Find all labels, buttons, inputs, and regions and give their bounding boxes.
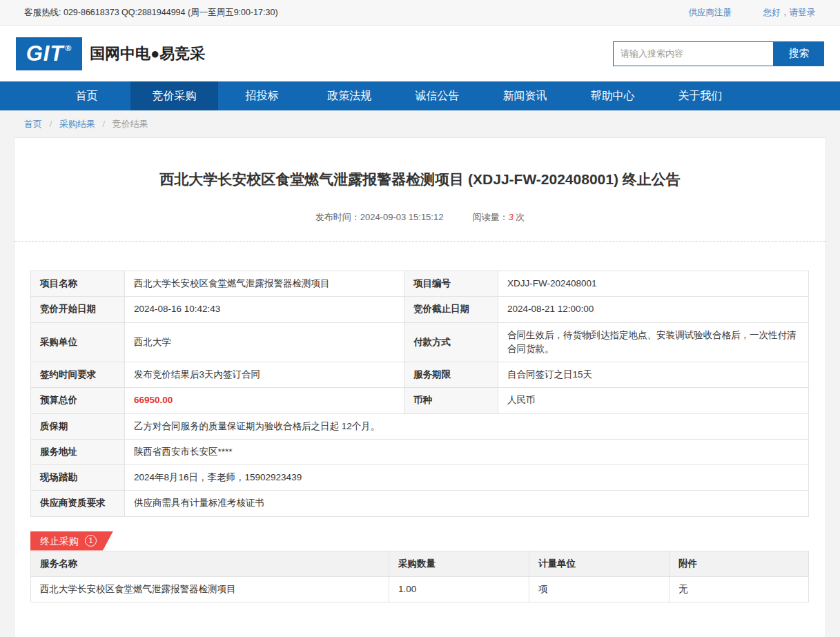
nav-item-bidding-procurement[interactable]: 竞价采购 <box>130 81 218 110</box>
site-header: GIT® 国网中电●易竞采 搜索 <box>0 26 840 81</box>
field-value: 西北大学长安校区食堂燃气泄露报警器检测项目 <box>125 271 404 297</box>
search-input[interactable] <box>613 41 774 66</box>
field-label: 签约时间要求 <box>31 362 125 388</box>
field-value: 西北大学 <box>125 322 404 362</box>
column-header-quantity: 采购数量 <box>389 551 529 576</box>
attachment-cell: 无 <box>670 576 809 602</box>
service-name-cell: 西北大学长安校区食堂燃气泄露报警器检测项目 <box>31 576 389 602</box>
column-header-unit: 计量单位 <box>529 551 670 576</box>
field-label: 项目名称 <box>31 271 125 297</box>
field-label: 服务地址 <box>31 439 125 464</box>
table-row: 质保期 乙方对合同服务的质量保证期为验收合格后之日起 12个月。 <box>31 413 809 439</box>
nav-item-policies[interactable]: 政策法规 <box>306 81 393 110</box>
field-value: 供应商需具有计量标准考核证书 <box>125 491 809 516</box>
nav-item-home[interactable]: 首页 <box>43 81 130 110</box>
article-meta: 发布时间：2024-09-03 15:15:12阅读量：3 次 <box>14 211 826 224</box>
topbar: 客服热线: 029-86618373 QQ:2881944994 (周一至周五9… <box>0 0 840 26</box>
termination-badge-label: 终止采购 <box>40 531 79 551</box>
field-label: 付款方式 <box>404 322 498 362</box>
field-label: 竞价截止日期 <box>404 297 498 322</box>
field-value: 人民币 <box>498 388 809 413</box>
field-value: 乙方对合同服务的质量保证期为验收合格后之日起 12个月。 <box>125 413 809 439</box>
field-label: 竞价开始日期 <box>31 297 125 322</box>
search-bar: 搜索 <box>613 41 824 66</box>
breadcrumb: 首页 / 采购结果 / 竞价结果 <box>0 110 840 137</box>
announcement-card: 西北大学长安校区食堂燃气泄露报警器检测项目 (XDJJ-FW-202408001… <box>14 137 826 637</box>
field-label: 币种 <box>404 388 498 413</box>
field-label: 现场踏勘 <box>31 465 125 491</box>
table-row: 现场踏勘 2024年8月16日，李老师，15902923439 <box>31 465 809 491</box>
field-value: 2024-08-16 10:42:43 <box>125 297 404 322</box>
nav-item-about-us[interactable]: 关于我们 <box>656 81 744 110</box>
quantity-cell: 1.00 <box>389 576 529 602</box>
dashed-divider <box>14 241 826 242</box>
main-nav: 首页 竞价采购 招投标 政策法规 诚信公告 新闻资讯 帮助中心 关于我们 <box>0 81 840 110</box>
nav-item-integrity-notices[interactable]: 诚信公告 <box>393 81 481 110</box>
search-button[interactable]: 搜索 <box>774 41 824 66</box>
field-value: 陕西省西安市长安区**** <box>125 439 809 464</box>
views-label: 阅读量： <box>472 212 508 222</box>
table-row: 预算总价 66950.00 币种 人民币 <box>31 388 809 413</box>
breadcrumb-separator: / <box>50 119 52 129</box>
unit-cell: 项 <box>529 576 670 602</box>
field-label: 服务期限 <box>404 362 498 388</box>
breadcrumb-current: 竞价结果 <box>113 119 148 129</box>
table-row: 供应商资质要求 供应商需具有计量标准考核证书 <box>31 491 809 516</box>
breadcrumb-home[interactable]: 首页 <box>24 119 42 129</box>
registered-mark-icon: ® <box>65 43 72 53</box>
column-header-service-name: 服务名称 <box>31 551 389 576</box>
hotline-text: 客服热线: 029-86618373 QQ:2881944994 (周一至周五9… <box>24 7 278 19</box>
supplier-register-link[interactable]: 供应商注册 <box>689 7 732 19</box>
column-header-attachment: 附件 <box>670 551 809 576</box>
table-row: 项目名称 西北大学长安校区食堂燃气泄露报警器检测项目 项目编号 XDJJ-FW-… <box>31 271 809 297</box>
field-value: 2024-08-21 12:00:00 <box>498 297 809 322</box>
login-link[interactable]: 您好，请登录 <box>763 7 815 19</box>
field-value: XDJJ-FW-202408001 <box>498 271 809 297</box>
table-row: 西北大学长安校区食堂燃气泄露报警器检测项目 1.00 项 无 <box>31 576 809 602</box>
table-row: 签约时间要求 发布竞价结果后3天内签订合同 服务期限 自合同签订之日15天 <box>31 362 809 388</box>
field-value: 自合同签订之日15天 <box>498 362 809 388</box>
project-info-table: 项目名称 西北大学长安校区食堂燃气泄露报警器检测项目 项目编号 XDJJ-FW-… <box>30 271 809 517</box>
table-row: 竞价开始日期 2024-08-16 10:42:43 竞价截止日期 2024-0… <box>31 297 809 322</box>
field-value: 合同生效后，待货物到达指定地点、安装调试验收合格后，一次性付清合同货款。 <box>498 322 809 362</box>
nav-item-news[interactable]: 新闻资讯 <box>481 81 569 110</box>
page-title: 西北大学长安校区食堂燃气泄露报警器检测项目 (XDJJ-FW-202408001… <box>14 138 826 189</box>
table-row: 采购单位 西北大学 付款方式 合同生效后，待货物到达指定地点、安装调试验收合格后… <box>31 322 809 362</box>
table-header-row: 服务名称 采购数量 计量单位 附件 <box>31 551 809 576</box>
nav-item-tenders[interactable]: 招投标 <box>218 81 306 110</box>
field-label: 采购单位 <box>31 322 125 362</box>
field-label: 供应商资质要求 <box>31 491 125 516</box>
field-value: 发布竞价结果后3天内签订合同 <box>125 362 404 388</box>
termination-section-badge: 终止采购 1 <box>30 531 113 551</box>
views-unit: 次 <box>516 212 525 222</box>
publish-time-label: 发布时间： <box>315 212 360 222</box>
field-label: 质保期 <box>31 413 125 439</box>
field-value: 2024年8月16日，李老师，15902923439 <box>125 465 809 491</box>
field-label: 项目编号 <box>404 271 498 297</box>
breadcrumb-separator: / <box>103 119 106 129</box>
nav-item-help-center[interactable]: 帮助中心 <box>569 81 656 110</box>
site-brand-title: 国网中电●易竞采 <box>90 43 205 64</box>
service-items-table: 服务名称 采购数量 计量单位 附件 西北大学长安校区食堂燃气泄露报警器检测项目 … <box>30 551 809 602</box>
breadcrumb-procurement-results[interactable]: 采购结果 <box>59 119 95 129</box>
views-count: 3 <box>508 212 513 222</box>
logo-text: GIT <box>26 41 64 66</box>
field-label: 预算总价 <box>31 388 125 413</box>
publish-time-value: 2024-09-03 15:15:12 <box>360 212 444 222</box>
budget-total-value: 66950.00 <box>125 388 404 413</box>
termination-count-badge: 1 <box>85 535 97 547</box>
git-logo[interactable]: GIT® <box>16 37 82 70</box>
table-row: 服务地址 陕西省西安市长安区**** <box>31 439 809 464</box>
